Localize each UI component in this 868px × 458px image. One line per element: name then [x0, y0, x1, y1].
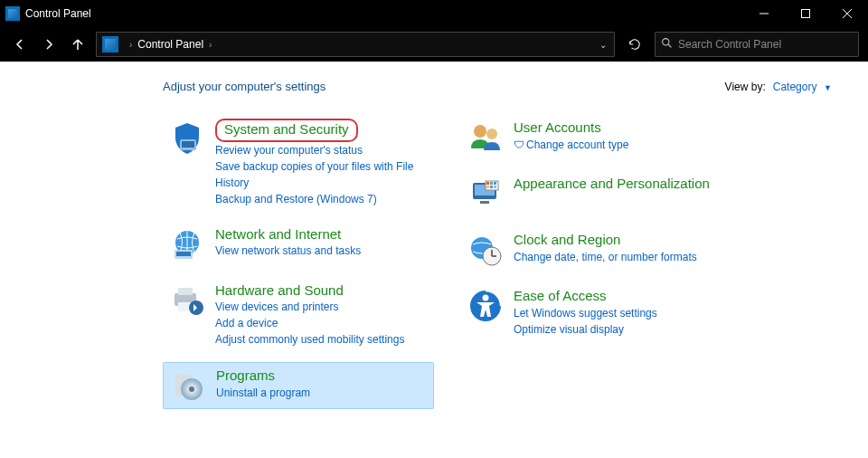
svg-rect-29	[494, 186, 496, 188]
printer-sound-icon	[168, 281, 206, 320]
category-appearance-personalization: Appearance and Personalization	[461, 171, 732, 216]
svg-line-5	[668, 44, 671, 47]
category-title[interactable]: Clock and Region	[514, 232, 620, 247]
svg-rect-26	[494, 182, 496, 185]
search-icon	[661, 37, 673, 52]
svg-point-18	[474, 125, 486, 138]
content-area: Adjust your computer's settings View by:…	[0, 62, 868, 438]
window-title: Control Panel	[25, 7, 91, 20]
search-input[interactable]	[678, 38, 853, 51]
category-link[interactable]: Optimize visual display	[514, 321, 727, 338]
column-left: System and Security Review your computer…	[163, 115, 434, 420]
svg-rect-25	[490, 182, 493, 185]
category-link[interactable]: Review your computer's status	[215, 142, 429, 158]
column-right: User Accounts 🛡Change account type Appea…	[461, 115, 732, 420]
viewby-dropdown[interactable]: Category ▼	[773, 80, 832, 93]
category-link[interactable]: Adjust commonly used mobility settings	[215, 331, 429, 348]
forward-button[interactable]	[38, 33, 60, 55]
uac-shield-icon: 🛡	[514, 138, 524, 151]
control-panel-icon	[5, 6, 20, 21]
category-link[interactable]: Add a device	[215, 315, 429, 331]
page-heading: Adjust your computer's settings	[163, 80, 326, 93]
viewby-label: View by:	[725, 81, 766, 93]
address-bar[interactable]: › Control Panel › ⌄	[96, 32, 615, 57]
category-clock-region: Clock and Region Change date, time, or n…	[461, 227, 732, 272]
svg-point-19	[486, 129, 497, 139]
svg-rect-12	[178, 288, 193, 295]
category-columns: System and Security Review your computer…	[163, 115, 832, 420]
category-link[interactable]: Uninstall a program	[216, 385, 428, 401]
back-button[interactable]	[9, 33, 31, 55]
close-button[interactable]	[826, 0, 868, 27]
monitor-palette-icon	[467, 175, 505, 213]
viewby-value: Category	[773, 81, 817, 93]
navbar: › Control Panel › ⌄	[0, 27, 868, 62]
svg-rect-10	[176, 252, 191, 256]
category-link[interactable]: View network status and tasks	[215, 243, 429, 259]
category-hardware-sound: Hardware and Sound View devices and prin…	[163, 278, 434, 352]
up-button[interactable]	[67, 33, 89, 55]
category-title[interactable]: User Accounts	[514, 119, 601, 135]
ease-of-access-icon	[467, 287, 505, 325]
svg-point-17	[189, 386, 194, 392]
svg-rect-7	[182, 141, 194, 148]
address-icon	[102, 36, 118, 52]
chevron-right-icon[interactable]: ›	[209, 40, 212, 50]
disc-box-icon	[169, 367, 207, 405]
svg-rect-27	[486, 186, 489, 188]
category-link[interactable]: 🛡Change account type	[514, 137, 727, 153]
category-link[interactable]: Let Windows suggest settings	[514, 305, 727, 321]
link-text: Change account type	[526, 138, 628, 151]
category-title[interactable]: System and Security	[215, 119, 358, 142]
breadcrumb-root[interactable]: Control Panel	[137, 38, 203, 51]
category-title[interactable]: Ease of Access	[514, 288, 607, 303]
category-link[interactable]: Backup and Restore (Windows 7)	[215, 191, 429, 207]
category-programs[interactable]: Programs Uninstall a program	[163, 362, 434, 409]
refresh-button[interactable]	[622, 32, 647, 57]
titlebar: Control Panel	[0, 0, 868, 27]
category-link[interactable]: Change date, time, or number formats	[514, 249, 727, 265]
address-dropdown-icon[interactable]: ⌄	[592, 40, 614, 50]
category-title[interactable]: Hardware and Sound	[215, 282, 344, 298]
category-ease-of-access: Ease of Access Let Windows suggest setti…	[461, 283, 732, 341]
svg-rect-24	[486, 182, 489, 185]
category-title[interactable]: Programs	[216, 367, 275, 383]
category-title[interactable]: Network and Internet	[215, 226, 341, 242]
svg-point-35	[483, 295, 489, 301]
chevron-right-icon: ›	[129, 40, 132, 50]
search-box[interactable]	[655, 32, 859, 57]
clock-globe-icon	[467, 231, 505, 269]
category-user-accounts: User Accounts 🛡Change account type	[461, 115, 732, 160]
maximize-button[interactable]	[785, 0, 826, 27]
category-system-security: System and Security Review your computer…	[163, 115, 434, 211]
svg-rect-1	[802, 10, 810, 18]
minimize-button[interactable]	[743, 0, 785, 27]
category-link[interactable]: Save backup copies of your files with Fi…	[215, 158, 429, 191]
category-title[interactable]: Appearance and Personalization	[514, 176, 710, 191]
globe-network-icon	[168, 225, 206, 263]
svg-rect-22	[480, 201, 489, 204]
svg-rect-28	[490, 186, 493, 188]
category-network-internet: Network and Internet View network status…	[163, 222, 434, 267]
users-icon	[467, 119, 505, 157]
page-header-row: Adjust your computer's settings View by:…	[163, 80, 832, 93]
chevron-down-icon: ▼	[824, 83, 832, 92]
shield-computer-icon	[168, 119, 206, 157]
svg-point-4	[663, 39, 669, 45]
category-link[interactable]: View devices and printers	[215, 299, 429, 315]
